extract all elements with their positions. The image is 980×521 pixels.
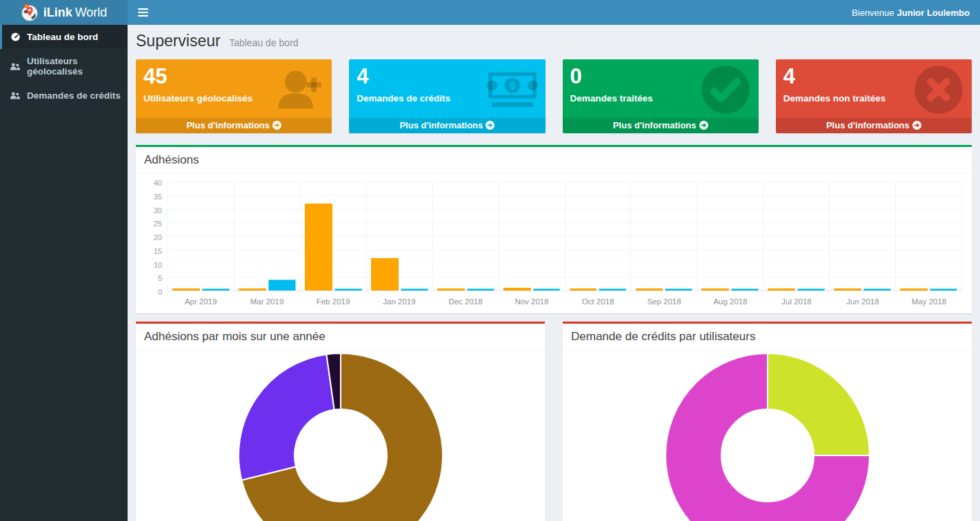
bar-series-2-Mar 2019	[268, 279, 296, 291]
y-axis-tick-label: 0	[143, 288, 162, 296]
adhesions-bar-chart: Apr 2019Mar 2019Feb 2019Jan 2019Dec 2018…	[143, 178, 965, 308]
bar-group-May 2018	[896, 182, 962, 291]
users-icon	[10, 62, 21, 71]
y-axis-tick-label: 5	[143, 274, 162, 282]
check-circle-icon	[699, 63, 752, 116]
x-axis-tick-label: Jan 2019	[366, 297, 432, 306]
x-axis-tick-label: Dec 2018	[432, 297, 499, 306]
x-axis-tick-label: Sep 2018	[631, 297, 697, 306]
bar-series-2-Nov 2018	[533, 288, 561, 291]
users-icon	[10, 91, 21, 100]
x-axis-tick-label: May 2018	[896, 297, 962, 306]
dashboard-icon	[10, 32, 21, 42]
donut-slice-2	[239, 354, 334, 480]
bar-series-1-Aug 2018	[701, 288, 729, 291]
x-axis-tick-label: Jul 2018	[763, 297, 830, 306]
sidebar-item-credit-requests[interactable]: Demandes de crédits	[0, 83, 128, 108]
y-axis-tick-label: 15	[143, 247, 162, 255]
bar-series-1-Sep 2018	[636, 288, 663, 291]
sidebar-nav: Tableau de bord Utilisateurs géolocalisé…	[0, 25, 128, 521]
more-info-link[interactable]: Plus d'informations	[563, 118, 759, 133]
x-axis-tick-label: Mar 2019	[234, 297, 300, 306]
bar-group-Aug 2018	[697, 182, 763, 291]
welcome-label: Bienvenue	[852, 8, 894, 18]
brand-name-rest: World	[75, 6, 108, 19]
bar-group-Jul 2018	[763, 182, 830, 291]
y-axis-tick-label: 10	[143, 261, 162, 269]
bar-group-Nov 2018	[499, 182, 566, 291]
user-menu[interactable]: Bienvenue Junior Loulembo	[841, 0, 980, 25]
bar-group-Jun 2018	[830, 182, 896, 291]
x-axis-tick-label: Oct 2018	[565, 297, 631, 306]
stat-card-processed-requests: 0 Demandes traitées Plus d'informations	[563, 59, 759, 133]
more-info-link[interactable]: Plus d'informations	[136, 118, 332, 133]
globe-pin-logo-icon: $	[21, 3, 39, 21]
bar-group-Dec 2018	[433, 182, 499, 291]
page-subtitle: Tableau de bord	[229, 37, 298, 48]
x-axis-tick-label: Aug 2018	[697, 297, 763, 306]
bar-series-2-Aug 2018	[731, 288, 759, 291]
arrow-circle-right-icon	[912, 121, 921, 130]
times-circle-icon	[912, 63, 965, 116]
page-header: Superviseur Tableau de bord	[136, 32, 972, 50]
bar-series-1-Dec 2018	[437, 288, 465, 291]
arrow-circle-right-icon	[486, 121, 494, 130]
sidebar-item-label: Utilisateurs géolocalisés	[27, 56, 122, 77]
sidebar-item-dashboard[interactable]: Tableau de bord	[0, 25, 128, 49]
bar-series-1-Oct 2018	[570, 288, 597, 291]
bar-group-Jan 2019	[367, 182, 433, 291]
x-axis-tick-label: Feb 2019	[300, 297, 366, 306]
money-icon: $	[486, 63, 539, 116]
x-axis-tick-label: Nov 2018	[499, 297, 565, 306]
bar-series-2-May 2018	[930, 288, 957, 291]
adhesions-panel: Adhésions Apr 2019Mar 2019Feb 2019Jan 20…	[136, 145, 972, 313]
bar-series-2-Apr 2019	[202, 288, 230, 291]
more-info-link[interactable]: Plus d'informations	[349, 118, 545, 133]
credit-requests-by-users-panel: Demande de crédits par utilisateurs	[563, 322, 972, 521]
adhesions-per-month-panel: Adhésions par mois sur une année	[136, 322, 545, 521]
more-info-label: Plus d'informations	[399, 120, 483, 130]
y-axis-tick-label: 25	[143, 219, 162, 228]
sidebar-item-geolocated-users[interactable]: Utilisateurs géolocalisés	[0, 49, 128, 83]
adhesions-donut-chart	[237, 352, 444, 521]
arrow-circle-right-icon	[699, 121, 708, 130]
bar-group-Apr 2019	[168, 182, 234, 291]
y-axis-tick-label: 35	[143, 193, 162, 201]
more-info-link[interactable]: Plus d'informations	[776, 118, 972, 133]
x-axis-tick-label: Jun 2018	[830, 297, 896, 306]
bar-series-1-Jul 2018	[768, 288, 795, 291]
bar-series-2-Feb 2019	[334, 288, 362, 291]
bar-series-1-Mar 2019	[239, 288, 266, 291]
panel-title: Adhésions	[136, 147, 972, 174]
y-axis-tick-label: 40	[143, 179, 162, 187]
bar-series-2-Jan 2019	[401, 288, 428, 291]
stat-card-geolocated-users: 45 Utilisateurs géolocalisés Plus d'info…	[136, 59, 332, 133]
hamburger-icon	[138, 8, 148, 17]
brand-name-bold: iLink	[43, 6, 72, 19]
more-info-label: Plus d'informations	[186, 120, 270, 130]
stat-card-credit-requests: 4 Demandes de crédits $ Plus d'informati…	[349, 59, 545, 133]
bar-series-2-Dec 2018	[467, 288, 494, 291]
donut-slice-1	[768, 353, 870, 455]
bar-group-Oct 2018	[566, 182, 632, 291]
x-axis-tick-label: Apr 2019	[168, 297, 234, 306]
sidebar-item-label: Demandes de crédits	[27, 90, 121, 101]
sidebar-toggle-button[interactable]	[128, 0, 158, 25]
panel-title: Adhésions par mois sur une année	[136, 324, 545, 351]
bar-series-1-Apr 2019	[172, 288, 200, 291]
stat-cards-row: 45 Utilisateurs géolocalisés Plus d'info…	[136, 59, 972, 133]
bar-series-1-May 2018	[900, 288, 928, 291]
bar-series-2-Jul 2018	[797, 288, 825, 291]
bar-series-2-Oct 2018	[599, 288, 626, 291]
arrow-circle-right-icon	[272, 121, 281, 130]
bar-series-2-Jun 2018	[863, 288, 891, 291]
sidebar-item-label: Tableau de bord	[27, 32, 98, 42]
bar-series-1-Feb 2019	[305, 204, 332, 291]
bar-group-Mar 2019	[234, 182, 301, 291]
bar-group-Feb 2019	[301, 182, 367, 291]
app-logo[interactable]: $ iLinkWorld	[0, 0, 128, 25]
user-plus-icon	[272, 63, 325, 116]
donut-panels-row: Adhésions par mois sur une année Demande…	[136, 322, 972, 521]
more-info-label: Plus d'informations	[613, 120, 697, 130]
panel-title: Demande de crédits par utilisateurs	[563, 324, 972, 351]
